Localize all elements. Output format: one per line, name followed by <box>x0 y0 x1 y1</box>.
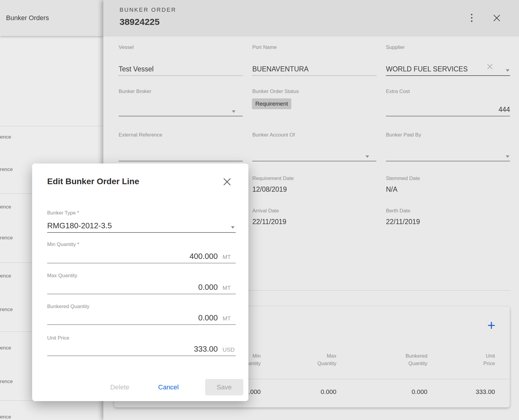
supplier-label: Supplier <box>386 44 510 50</box>
order-id: 38924225 <box>120 17 159 27</box>
bunker-type-value: RMG180-2012-3.5 <box>47 221 112 230</box>
list-row-divider <box>0 126 103 126</box>
port-name-label: Port Name <box>252 44 376 50</box>
bunker-broker-value <box>119 114 243 116</box>
bunker-orders-header: Bunker Orders <box>0 0 103 36</box>
bunker-broker-label: Bunker Broker <box>119 88 243 94</box>
bunkered-quantity-field[interactable]: Bunkered Quantity 0.000 MT <box>47 304 236 325</box>
min-quantity-field[interactable]: Min Quantity * 400.000 MT <box>47 242 236 263</box>
cell-unit-price: 333.00 <box>429 388 495 395</box>
vessel-field: Vessel Test Vessel <box>119 44 243 76</box>
unit-price-unit: USD <box>223 346 236 353</box>
col-header-max-quantity: MaxQuantity <box>270 352 336 367</box>
bunkered-quantity-unit: MT <box>223 315 236 322</box>
arrival-date-label: Arrival Date <box>252 208 279 214</box>
bunker-account-of-field[interactable]: Bunker Account Of <box>252 132 376 161</box>
save-button[interactable]: Save <box>205 379 243 395</box>
cancel-button[interactable]: Cancel <box>156 383 181 392</box>
bunker-paid-by-field[interactable]: Bunker Paid By <box>386 132 510 161</box>
requirement-date-label: Requirement Date <box>252 176 294 182</box>
cell-bunkered-quantity: 0.000 <box>361 388 427 395</box>
max-quantity-label: Max Quantity <box>47 273 236 279</box>
max-quantity-value: 0.000 <box>198 283 218 292</box>
more-options-icon[interactable] <box>468 13 475 22</box>
supplier-dropdown-icon <box>506 69 509 72</box>
external-reference-value <box>119 159 243 161</box>
list-item[interactable]: rence <box>0 307 13 313</box>
berth-date-label: Berth Date <box>386 208 410 214</box>
bunker-account-of-dropdown-icon <box>366 155 369 158</box>
list-item[interactable]: ence <box>0 204 11 210</box>
bunker-paid-by-label: Bunker Paid By <box>386 132 510 138</box>
vessel-label: Vessel <box>119 44 243 50</box>
list-item[interactable]: rence <box>0 235 13 241</box>
list-item[interactable]: ence <box>0 345 11 351</box>
supplier-field[interactable]: Supplier WORLD FUEL SERVICES <box>386 44 510 76</box>
bunker-broker-dropdown-icon <box>232 110 235 113</box>
external-reference-field[interactable]: External Reference <box>119 132 243 161</box>
page-title: Bunker Orders <box>6 14 49 22</box>
cell-max-quantity: 0.000 <box>270 388 336 395</box>
bunkered-quantity-label: Bunkered Quantity <box>47 304 236 310</box>
bunker-type-label: Bunker Type * <box>47 210 236 216</box>
extra-cost-field[interactable]: Extra Cost 444 <box>386 88 510 116</box>
port-name-value: BUENAVENTURA <box>252 65 376 75</box>
max-quantity-field[interactable]: Max Quantity 0.000 MT <box>47 273 236 294</box>
bunkered-quantity-value: 0.000 <box>198 313 218 322</box>
add-line-icon[interactable]: + <box>484 319 499 333</box>
berth-date-value: 22/11/2019 <box>386 218 420 226</box>
bunker-account-of-label: Bunker Account Of <box>252 132 376 138</box>
external-reference-label: External Reference <box>119 132 243 138</box>
list-item[interactable]: rence <box>0 166 13 172</box>
screen: ence rence ence rence ence rence ence re… <box>0 0 519 420</box>
list-item[interactable]: ence <box>0 273 11 279</box>
extra-cost-label: Extra Cost <box>386 88 510 94</box>
modal-title: Edit Bunker Order Line <box>47 177 139 186</box>
list-item[interactable]: rence <box>0 379 13 385</box>
bunker-broker-field[interactable]: Bunker Broker <box>119 88 243 116</box>
unit-price-field[interactable]: Unit Price 333.00 USD <box>47 335 236 356</box>
min-quantity-unit: MT <box>223 254 236 260</box>
stemmed-date-label: Stemmed Date <box>386 176 420 182</box>
bunker-paid-by-dropdown-icon <box>506 155 509 158</box>
list-item[interactable]: ence <box>0 414 11 420</box>
col-header-bunkered-quantity: BunkeredQuantity <box>361 352 427 367</box>
close-panel-icon[interactable] <box>493 14 501 23</box>
clear-supplier-icon[interactable] <box>487 63 493 71</box>
unit-price-label: Unit Price <box>47 335 236 341</box>
port-name-field: Port Name BUENAVENTURA <box>252 44 376 76</box>
unit-price-value: 333.00 <box>194 344 218 354</box>
vessel-value: Test Vessel <box>119 65 243 75</box>
min-quantity-label: Min Quantity * <box>47 242 236 248</box>
extra-cost-value: 444 <box>386 106 510 116</box>
min-quantity-value: 400.000 <box>190 252 218 261</box>
requirement-date-value: 12/08/2019 <box>252 185 287 194</box>
col-header-unit-price: UnitPrice <box>429 352 495 367</box>
bunker-order-detail-header: BUNKER ORDER 38924225 <box>103 0 519 37</box>
bunker-account-of-value <box>252 159 376 161</box>
bunker-paid-by-value <box>386 159 510 161</box>
delete-button[interactable]: Delete <box>108 383 131 392</box>
bunker-type-field[interactable]: Bunker Type * RMG180-2012-3.5 <box>47 210 236 233</box>
status-badge: Requirement <box>252 98 291 109</box>
max-quantity-unit: MT <box>223 285 236 291</box>
modal-buttons: Delete Cancel Save <box>108 379 243 395</box>
stemmed-date-value: N/A <box>386 185 397 194</box>
bunker-type-dropdown-icon <box>231 226 235 229</box>
edit-bunker-order-line-modal: Edit Bunker Order Line Bunker Type * RMG… <box>32 164 248 401</box>
list-item[interactable]: ence <box>0 134 11 140</box>
bunker-order-status-label: Bunker Order Status <box>252 88 299 94</box>
arrival-date-value: 22/11/2019 <box>252 218 286 226</box>
panel-eyebrow: BUNKER ORDER <box>120 7 176 13</box>
close-modal-icon[interactable] <box>223 177 232 188</box>
